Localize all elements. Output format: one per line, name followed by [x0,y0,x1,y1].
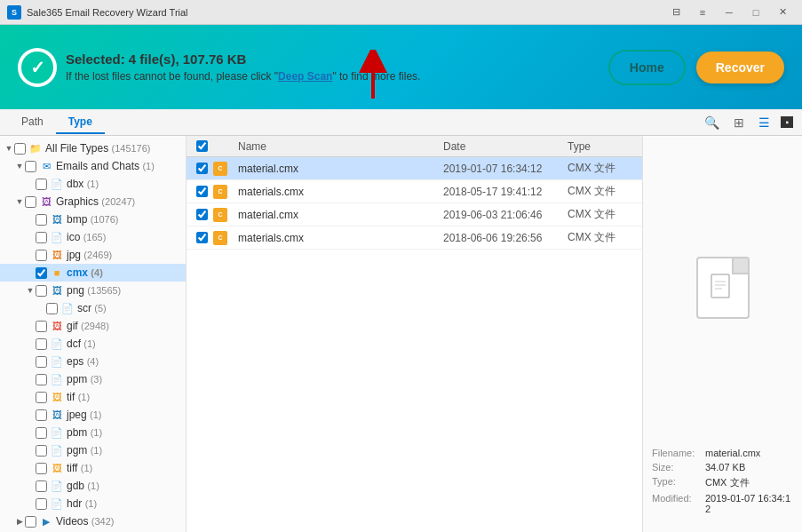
table-row[interactable]: C materials.cmx 2018-05-17 19:41:12 CMX … [187,180,642,203]
recover-button[interactable]: Recover [696,52,784,83]
preview-filename-row: Filename: material.cmx [652,448,793,458]
sidebar-item-pbm[interactable]: 📄 pbm (1) [0,424,186,441]
email-icon: ✉ [39,159,53,173]
title-extra-btn[interactable]: ⊟ [663,4,688,21]
sidebar-item-jpeg[interactable]: 🖼 jpeg (1) [0,406,186,424]
preview-size-label: Size: [652,462,705,472]
scr-checkbox[interactable] [46,303,58,314]
search-icon[interactable]: 🔍 [701,114,723,131]
sidebar-item-dcf[interactable]: 📄 dcf (1) [0,335,186,353]
tree-label: dcf (1) [67,337,96,350]
tab-path[interactable]: Path [9,111,56,134]
sidebar-item-videos[interactable]: ▶ ▶ Videos (342) [0,512,186,530]
preview-modified-row: Modified: 2019-01-07 16:34:12 [652,493,793,514]
file-name: materials.cmx [233,186,443,198]
preview-filename-value: material.cmx [705,448,760,458]
tree-label: jpg (2469) [67,249,112,261]
file-type-icon: C [213,185,227,199]
file-name: material.cmx [233,209,443,221]
table-row[interactable]: C material.cmx 2019-06-03 21:06:46 CMX 文… [187,203,642,226]
graphics-checkbox[interactable] [25,196,36,208]
preview-panel: Filename: material.cmx Size: 34.07 KB Ty… [642,136,802,532]
sidebar-item-png[interactable]: ▼ 🖼 png (13565) [0,282,186,299]
maximize-button[interactable]: □ [743,4,768,21]
header-buttons: Home Recover [608,50,784,85]
hdr-checkbox[interactable] [36,498,47,510]
sidebar-item-cmx[interactable]: ■ cmx (4) [0,264,186,282]
tree-label: scr (5) [77,302,107,314]
file-type-icon: C [213,231,227,245]
detail-view-icon[interactable]: ▪ [781,116,793,128]
sidebar-item-hdr[interactable]: 📄 hdr (1) [0,495,186,512]
cmx-checkbox[interactable] [36,267,47,279]
sidebar-item-bmp[interactable]: 🖼 bmp (1076) [0,210,186,228]
sidebar-item-ppm[interactable]: 📄 ppm (3) [0,370,186,388]
minimize-button[interactable]: ─ [717,4,742,21]
file-icon: 📄 [50,354,64,369]
tree-label: dbx (1) [67,178,99,190]
pbm-checkbox[interactable] [36,427,47,439]
dbx-checkbox[interactable] [36,179,47,190]
sidebar-item-jpg[interactable]: 🖼 jpg (2469) [0,246,186,264]
gdb-checkbox[interactable] [36,480,47,492]
row-checkbox[interactable] [196,186,208,197]
sidebar: ▼ 📁 All File Types (145176) ▼ ✉ Emails a… [0,136,187,532]
file-icon: 📄 [50,425,64,440]
sidebar-item-pgm[interactable]: 📄 pgm (1) [0,441,186,459]
file-icon: 📄 [50,337,64,351]
tree-label: Emails and Chats (1) [56,160,155,172]
jpg-checkbox[interactable] [36,250,47,261]
app-icon: S [7,5,21,20]
png-checkbox[interactable] [36,285,47,297]
preview-modified-label: Modified: [652,493,705,514]
row-checkbox[interactable] [196,163,208,174]
row-checkbox[interactable] [196,232,208,243]
file-date: 2018-05-17 19:41:12 [443,186,568,198]
tree-label: hdr (1) [67,497,97,510]
ppm-checkbox[interactable] [36,374,47,385]
gif-checkbox[interactable] [36,321,47,332]
close-button[interactable]: ✕ [770,4,795,21]
main-content: ▼ 📁 All File Types (145176) ▼ ✉ Emails a… [0,136,802,532]
dcf-checkbox[interactable] [36,338,47,350]
sidebar-item-gif[interactable]: 🖼 gif (2948) [0,317,186,335]
all-checkbox[interactable] [14,143,26,155]
sidebar-item-tif[interactable]: 🖼 tif (1) [0,388,186,406]
pgm-checkbox[interactable] [36,445,47,457]
tab-type[interactable]: Type [56,111,105,134]
videos-checkbox[interactable] [25,516,36,528]
table-row[interactable]: C materials.cmx 2018-06-06 19:26:56 CMX … [187,226,642,250]
eps-checkbox[interactable] [36,356,47,368]
preview-type-label: Type: [652,476,705,489]
bmp-checkbox[interactable] [36,214,47,226]
title-extra-btn2[interactable]: ≡ [690,4,715,21]
table-row[interactable]: C material.cmx 2019-01-07 16:34:12 CMX 文… [187,157,642,180]
sidebar-item-eps[interactable]: 📄 eps (4) [0,353,186,370]
sidebar-item-emails[interactable]: ▼ ✉ Emails and Chats (1) [0,157,186,175]
sidebar-item-tiff[interactable]: 🖼 tiff (1) [0,459,186,477]
select-all-checkbox[interactable] [196,140,208,152]
list-view-icon[interactable]: ☰ [755,114,774,131]
emails-checkbox[interactable] [25,161,36,172]
sidebar-item-ico[interactable]: 📄 ico (165) [0,228,186,246]
home-button[interactable]: Home [608,50,686,85]
sidebar-item-graphics[interactable]: ▼ 🖼 Graphics (20247) [0,193,186,210]
deep-scan-link[interactable]: Deep Scan [278,70,332,83]
sidebar-item-all[interactable]: ▼ 📁 All File Types (145176) [0,139,186,157]
sidebar-item-scr[interactable]: 📄 scr (5) [0,299,186,317]
folder-icon: 📁 [28,141,43,155]
ico-checkbox[interactable] [36,232,47,243]
preview-type-row: Type: CMX 文件 [652,476,793,489]
row-checkbox[interactable] [196,209,208,220]
sidebar-item-gdb[interactable]: 📄 gdb (1) [0,477,186,495]
preview-info: Filename: material.cmx Size: 34.07 KB Ty… [643,439,802,532]
preview-icon-area [643,136,802,439]
tif-checkbox[interactable] [36,392,47,403]
file-icon: 📄 [50,496,64,511]
grid-view-icon[interactable]: ⊞ [730,114,748,131]
expand-icon: ▼ [25,286,36,295]
header-date: Date [443,140,568,153]
sidebar-item-dbx[interactable]: 📄 dbx (1) [0,175,186,193]
jpeg-checkbox[interactable] [36,409,47,421]
tiff-checkbox[interactable] [36,463,47,474]
